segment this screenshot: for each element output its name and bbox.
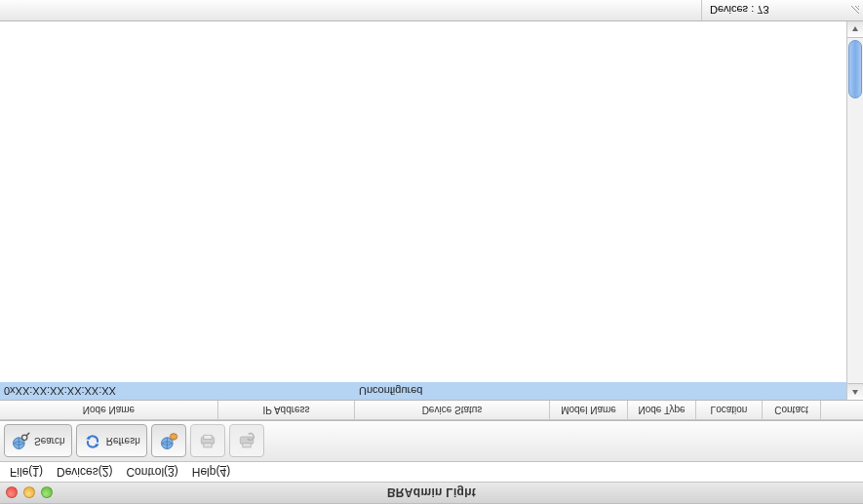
titlebar: BRAdmin Light (0, 483, 863, 504)
scroll-down-button[interactable] (847, 21, 863, 38)
cell-status: Unconfigured (355, 385, 550, 397)
refresh-icon (83, 431, 102, 452)
col-header-status[interactable]: Device Status (355, 401, 550, 419)
menu-control[interactable]: Control(3) (120, 463, 183, 481)
menu-help[interactable]: Help(4) (186, 463, 236, 481)
printer-config-button[interactable] (190, 425, 225, 458)
table-body: 0xXX:XX:XX:XX:XX:XX Unconfigured (0, 21, 863, 400)
svg-rect-9 (204, 436, 212, 440)
triangle-down-icon (851, 25, 859, 33)
triangle-up-icon (851, 388, 859, 396)
cell-nodename: 0xXX:XX:XX:XX:XX:XX (0, 385, 218, 397)
zoom-button[interactable] (41, 487, 53, 499)
device-table: Node Name IP Address Device Status Model… (0, 21, 863, 420)
globe-gear-button[interactable] (151, 425, 186, 458)
window-controls (6, 487, 53, 499)
col-header-ip[interactable]: IP Address (218, 401, 355, 419)
svg-rect-11 (243, 444, 251, 447)
window-title: BRAdmin Light (387, 486, 476, 500)
col-header-nodetype[interactable]: Node Type (628, 401, 696, 419)
printer-refresh-icon (237, 431, 256, 452)
svg-line-17 (858, 7, 859, 8)
vertical-scrollbar[interactable] (846, 21, 863, 400)
col-header-model[interactable]: Model Name (550, 401, 628, 419)
printer-refresh-button[interactable] (229, 425, 264, 458)
globe-search-icon (11, 431, 30, 452)
resize-grip[interactable] (847, 0, 863, 20)
globe-gear-icon (159, 431, 178, 452)
svg-line-15 (851, 7, 859, 15)
col-header-nodename[interactable]: Node Name (0, 401, 218, 419)
table-header: Node Name IP Address Device Status Model… (0, 400, 863, 419)
svg-rect-8 (204, 444, 212, 447)
scroll-up-button[interactable] (847, 383, 863, 400)
resize-grip-icon (849, 5, 861, 17)
printer-config-icon (198, 431, 217, 452)
search-label: Search (34, 436, 65, 446)
close-button[interactable] (6, 487, 18, 499)
menu-devices[interactable]: Devices(2) (51, 463, 118, 481)
minimize-button[interactable] (23, 487, 35, 499)
col-header-location[interactable]: Location (696, 401, 763, 419)
svg-marker-13 (852, 390, 858, 395)
toolbar: Search Refresh (0, 420, 863, 461)
scroll-track[interactable] (847, 38, 863, 383)
search-button[interactable]: Search (4, 425, 72, 458)
statusbar: Devices : 73 (0, 0, 863, 21)
device-count-label: Devices : 73 (701, 0, 847, 20)
refresh-button[interactable]: Refresh (76, 425, 147, 458)
menubar: File(1) Devices(2) Control(3) Help(4) (0, 461, 863, 483)
col-header-scroll-gap (821, 401, 863, 419)
menu-file[interactable]: File(1) (4, 463, 49, 481)
col-header-contact[interactable]: Contact (763, 401, 821, 419)
scroll-thumb[interactable] (848, 40, 862, 98)
refresh-label: Refresh (106, 436, 140, 446)
svg-line-2 (26, 434, 29, 437)
table-row[interactable]: 0xXX:XX:XX:XX:XX:XX Unconfigured (0, 382, 846, 400)
svg-marker-14 (852, 26, 858, 31)
